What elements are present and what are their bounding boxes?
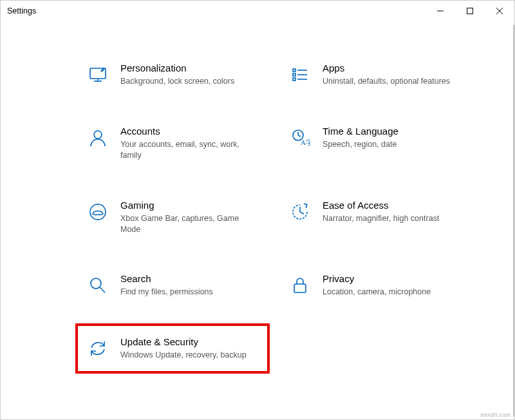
tile-desc: Windows Update, recovery, backup — [120, 350, 258, 361]
svg-point-18 — [90, 204, 106, 220]
tile-desc: Find my files, permissions — [120, 287, 258, 298]
watermark: wsxdn.com — [480, 412, 510, 418]
apps-icon — [289, 64, 311, 86]
tile-desc: Your accounts, email, sync, work, family — [120, 139, 258, 161]
ease-of-access-icon — [289, 201, 311, 223]
svg-line-16 — [298, 135, 301, 137]
window-title: Settings — [7, 6, 36, 15]
svg-point-21 — [91, 278, 101, 289]
tile-ease-of-access[interactable]: Ease of Access Narrator, magnifier, high… — [286, 196, 463, 239]
svg-rect-11 — [293, 78, 295, 81]
svg-point-13 — [94, 131, 102, 138]
accounts-icon — [87, 127, 109, 149]
svg-rect-9 — [293, 73, 295, 76]
update-security-icon — [87, 338, 109, 359]
gaming-icon — [87, 201, 109, 223]
time-language-icon: A字 — [289, 127, 311, 149]
tile-title: Update & Security — [120, 336, 258, 348]
svg-line-20 — [300, 212, 304, 214]
personalization-icon — [87, 64, 109, 86]
tile-search[interactable]: Search Find my files, permissions — [84, 269, 261, 301]
close-button[interactable] — [485, 1, 514, 21]
tile-title: Time & Language — [323, 126, 460, 137]
svg-line-22 — [100, 287, 105, 292]
tile-accounts[interactable]: Accounts Your accounts, email, sync, wor… — [84, 122, 261, 165]
window-controls — [426, 1, 514, 21]
tile-desc: Location, camera, microphone — [323, 287, 460, 298]
svg-rect-1 — [467, 8, 473, 14]
tile-desc: Narrator, magnifier, high contrast — [323, 213, 460, 224]
search-icon — [87, 274, 109, 296]
tile-title: Personalization — [120, 62, 258, 74]
tile-title: Search — [120, 273, 258, 285]
settings-grid: Personalization Background, lock screen,… — [1, 39, 514, 390]
tile-personalization[interactable]: Personalization Background, lock screen,… — [84, 59, 261, 91]
tile-time-language[interactable]: A字 Time & Language Speech, region, date — [286, 122, 463, 165]
maximize-button[interactable] — [455, 1, 485, 21]
tile-title: Gaming — [120, 200, 258, 211]
tile-desc: Uninstall, defaults, optional features — [323, 76, 460, 87]
minimize-button[interactable] — [426, 1, 455, 21]
scrollbar[interactable] — [513, 25, 514, 417]
settings-window: Settings — [0, 0, 515, 420]
content-area: Personalization Background, lock screen,… — [1, 39, 514, 419]
tile-title: Accounts — [120, 126, 258, 137]
svg-rect-23 — [294, 284, 306, 292]
tile-title: Privacy — [323, 273, 460, 285]
svg-rect-7 — [293, 69, 295, 72]
tile-title: Apps — [323, 62, 460, 74]
tile-title: Ease of Access — [323, 200, 460, 211]
tile-privacy[interactable]: Privacy Location, camera, microphone — [286, 269, 463, 301]
tile-gaming[interactable]: Gaming Xbox Game Bar, captures, Game Mod… — [84, 196, 261, 239]
tile-update-security[interactable]: Update & Security Windows Update, recove… — [84, 332, 261, 365]
tile-desc: Background, lock screen, colors — [120, 76, 258, 87]
svg-text:A字: A字 — [301, 138, 310, 146]
privacy-icon — [289, 274, 311, 296]
tile-desc: Xbox Game Bar, captures, Game Mode — [120, 213, 258, 235]
titlebar: Settings — [1, 1, 514, 21]
tile-apps[interactable]: Apps Uninstall, defaults, optional featu… — [286, 59, 463, 91]
tile-desc: Speech, region, date — [323, 139, 460, 150]
